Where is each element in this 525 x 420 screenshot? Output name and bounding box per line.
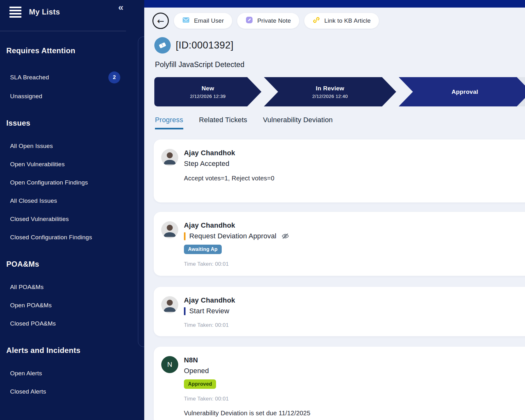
status-badge: Awaiting Ap xyxy=(184,245,222,254)
eye-off-icon xyxy=(282,232,289,240)
private-note-button[interactable]: Private Note xyxy=(237,13,299,29)
sidebar-item-all-open-issues[interactable]: All Open Issues xyxy=(10,143,130,150)
event-action: Opened xyxy=(184,367,209,375)
timeline-card: Ajay Chandhok Step Accepted Accept votes… xyxy=(154,139,525,202)
tab-vulnerability-deviation[interactable]: Vulnerability Deviation xyxy=(263,116,333,129)
toolbar: ← Email User Private Note Link to KB Art… xyxy=(152,13,525,29)
author-name: Ajay Chandhok xyxy=(184,296,235,304)
email-user-button[interactable]: Email User xyxy=(174,13,232,29)
ticket-name: Polyfill JavaScript Detected xyxy=(155,60,525,69)
author-name: Ajay Chandhok xyxy=(184,149,235,157)
event-action: Step Accepted xyxy=(184,160,229,168)
time-taken: Time Taken: 00:01 xyxy=(184,396,229,402)
sidebar-section-alerts-incidents: Alerts and Incidents Open Alerts Closed … xyxy=(0,346,144,395)
count-badge: 2 xyxy=(108,71,120,83)
sidebar-item-open-alerts[interactable]: Open Alerts xyxy=(10,370,130,377)
section-header: Issues xyxy=(6,119,144,128)
status-badge: Approved xyxy=(184,379,216,389)
event-body: Vulnerability Deviation is set due 11/12… xyxy=(184,410,310,417)
sidebar-item-sla-breached[interactable]: SLA Breached 2 xyxy=(10,74,130,81)
avatar xyxy=(161,149,178,166)
sidebar-header: My Lists « xyxy=(0,0,144,24)
step-approval[interactable]: Approval xyxy=(399,77,525,106)
sidebar-item-open-poams[interactable]: Open POA&Ms xyxy=(10,302,130,309)
sidebar-section-poams: POA&Ms All POA&Ms Open POA&Ms Closed POA… xyxy=(0,260,144,327)
timeline-card: Ajay Chandhok Start Review Time Taken: 0… xyxy=(154,287,525,336)
avatar xyxy=(161,296,178,313)
tab-bar: Progress Related Tickets Vulnerability D… xyxy=(155,116,525,129)
ticket-title-row: [ID:0001392] xyxy=(154,37,525,54)
email-icon xyxy=(182,16,190,26)
sidebar-item-all-closed-issues[interactable]: All Closed Issues xyxy=(10,197,130,204)
workflow-stepper: New 2/12/2026 12:39 In Review 2/12/2026 … xyxy=(154,77,525,106)
section-header: Alerts and Incidents xyxy=(6,346,144,355)
event-action: Start Review xyxy=(189,307,229,315)
step-in-review[interactable]: In Review 2/12/2026 12:40 xyxy=(264,77,396,106)
sidebar-item-unassigned[interactable]: Unassigned xyxy=(10,93,130,100)
author-name: N8N xyxy=(184,356,198,364)
back-button[interactable]: ← xyxy=(152,13,169,29)
sidebar-item-closed-alerts[interactable]: Closed Alerts xyxy=(10,388,130,395)
step-new[interactable]: New 2/12/2026 12:39 xyxy=(154,77,261,106)
back-arrow-icon: ← xyxy=(157,17,164,25)
author-name: Ajay Chandhok xyxy=(184,221,235,230)
sidebar-item-all-poams[interactable]: All POA&Ms xyxy=(10,284,130,291)
avatar xyxy=(161,221,178,238)
tab-progress[interactable]: Progress xyxy=(155,116,183,129)
ticket-icon xyxy=(154,37,171,54)
sidebar: My Lists « Requires Attention SLA Breach… xyxy=(0,0,144,420)
menu-icon[interactable] xyxy=(9,7,21,18)
sidebar-item-open-vulnerabilities[interactable]: Open Vulnerabilities xyxy=(10,161,130,168)
sidebar-title: My Lists xyxy=(29,8,60,16)
sidebar-item-closed-vulnerabilities[interactable]: Closed Vulnerabilities xyxy=(10,216,130,223)
ticket-id: [ID:0001392] xyxy=(176,40,234,51)
sidebar-item-closed-poams[interactable]: Closed POA&Ms xyxy=(10,320,130,327)
link-icon xyxy=(312,16,320,26)
accent-bar xyxy=(184,232,185,240)
link-kb-article-button[interactable]: Link to KB Article xyxy=(304,13,379,29)
divider xyxy=(0,31,126,31)
time-taken: Time Taken: 00:01 xyxy=(184,322,229,328)
main-content: ← Email User Private Note Link to KB Art… xyxy=(144,0,525,420)
sidebar-item-closed-configuration-findings[interactable]: Closed Configuration Findings xyxy=(10,234,130,241)
top-accent-bar xyxy=(144,0,525,8)
sidebar-section-requires-attention: Requires Attention SLA Breached 2 Unassi… xyxy=(0,46,144,100)
timeline-card: Ajay Chandhok Request Deviation Approval… xyxy=(154,212,525,276)
section-header: Requires Attention xyxy=(6,46,144,55)
time-taken: Time Taken: 00:01 xyxy=(184,261,229,267)
accent-bar xyxy=(184,307,185,315)
sidebar-section-issues: Issues All Open Issues Open Vulnerabilit… xyxy=(0,119,144,241)
event-action: Request Deviation Approval xyxy=(189,232,277,240)
avatar-n8n: N xyxy=(161,356,178,373)
section-header: POA&Ms xyxy=(6,260,144,269)
sidebar-item-open-configuration-findings[interactable]: Open Configuration Findings xyxy=(10,179,130,186)
timeline-card: N N8N Opened Approved Time Taken: 00:01 … xyxy=(154,347,525,420)
pencil-icon xyxy=(245,16,253,26)
tab-related-tickets[interactable]: Related Tickets xyxy=(199,116,247,129)
event-body: Accept votes=1, Reject votes=0 xyxy=(184,175,274,182)
collapse-sidebar-icon[interactable]: « xyxy=(118,2,123,13)
